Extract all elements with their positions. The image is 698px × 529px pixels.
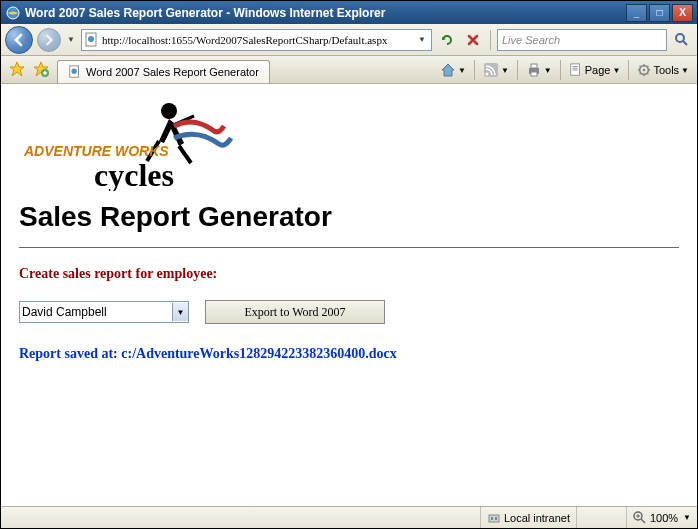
search-placeholder: Live Search (502, 34, 560, 46)
tools-menu[interactable]: Tools ▼ (633, 61, 693, 79)
back-button[interactable] (5, 26, 33, 54)
nav-toolbar: ▼ ▼ Live Search (1, 24, 697, 56)
svg-rect-11 (531, 72, 537, 76)
svg-text:cycles: cycles (94, 157, 174, 191)
svg-point-2 (88, 36, 94, 42)
separator (517, 60, 518, 80)
separator (560, 60, 561, 80)
svg-rect-18 (489, 515, 499, 522)
tab-bar: Word 2007 Sales Report Generator ▼ ▼ ▼ P… (1, 56, 697, 84)
status-bar: Local intranet 100% ▼ (1, 506, 697, 528)
zoom-pane[interactable]: 100% ▼ (626, 507, 697, 528)
window-title: Word 2007 Sales Report Generator - Windo… (25, 6, 626, 20)
close-button[interactable]: X (672, 4, 693, 22)
security-zone-pane[interactable]: Local intranet (480, 507, 576, 528)
address-dropdown-icon[interactable]: ▼ (415, 35, 429, 44)
adventure-works-logo: ADVENTURE WORKS cycles (19, 96, 679, 191)
status-message: Report saved at: c:/AdventureWorks128294… (19, 346, 679, 362)
titlebar[interactable]: Word 2007 Sales Report Generator - Windo… (1, 1, 697, 24)
stop-button[interactable] (462, 29, 484, 51)
tab-label: Word 2007 Sales Report Generator (86, 66, 259, 78)
export-button[interactable]: Export to Word 2007 (205, 300, 385, 324)
page-content[interactable]: ADVENTURE WORKS cycles Sales Report Gene… (1, 84, 697, 506)
print-button[interactable]: ▼ (522, 60, 556, 80)
url-input[interactable] (102, 34, 415, 46)
ie-window: Word 2007 Sales Report Generator - Windo… (0, 0, 698, 529)
command-bar: ▼ ▼ ▼ Page ▼ Tools ▼ (436, 60, 693, 83)
separator (628, 60, 629, 80)
feeds-button[interactable]: ▼ (479, 60, 513, 80)
zoom-value: 100% (650, 512, 678, 524)
nav-history-dropdown[interactable]: ▼ (65, 35, 77, 44)
search-go-button[interactable] (671, 29, 693, 51)
svg-rect-20 (495, 517, 497, 520)
zone-label: Local intranet (504, 512, 570, 524)
favorites-star-icon[interactable] (7, 59, 27, 79)
select-dropdown-icon[interactable]: ▼ (172, 303, 188, 321)
separator (490, 30, 491, 50)
home-button[interactable]: ▼ (436, 60, 470, 80)
svg-point-3 (676, 34, 684, 42)
maximize-button[interactable]: □ (649, 4, 670, 22)
employee-select[interactable]: David Campbell ▼ (19, 301, 189, 323)
intranet-icon (487, 511, 501, 525)
browser-tab[interactable]: Word 2007 Sales Report Generator (57, 60, 270, 83)
address-bar[interactable]: ▼ (81, 29, 432, 51)
page-title: Sales Report Generator (19, 201, 679, 233)
add-favorites-icon[interactable] (31, 59, 51, 79)
minimize-button[interactable]: _ (626, 4, 647, 22)
page-menu[interactable]: Page ▼ (565, 61, 625, 79)
svg-rect-19 (491, 517, 493, 520)
page-type-icon (84, 32, 100, 48)
search-box[interactable]: Live Search (497, 29, 667, 51)
ie-logo-icon (5, 5, 21, 21)
svg-point-15 (161, 103, 177, 119)
zoom-dropdown-icon[interactable]: ▼ (683, 513, 691, 522)
window-controls: _ □ X (626, 4, 693, 22)
employee-selected-value: David Campbell (22, 305, 107, 319)
svg-point-8 (485, 73, 488, 76)
separator (474, 60, 475, 80)
zoom-icon (633, 511, 647, 525)
tab-page-icon (68, 65, 82, 79)
svg-point-6 (72, 69, 77, 74)
protected-mode-pane[interactable] (576, 507, 626, 528)
controls-row: David Campbell ▼ Export to Word 2007 (19, 300, 679, 324)
refresh-button[interactable] (436, 29, 458, 51)
forward-button[interactable] (37, 28, 61, 52)
divider (19, 247, 679, 248)
svg-point-14 (643, 69, 646, 72)
svg-rect-10 (531, 64, 537, 68)
prompt-label: Create sales report for employee: (19, 266, 679, 282)
